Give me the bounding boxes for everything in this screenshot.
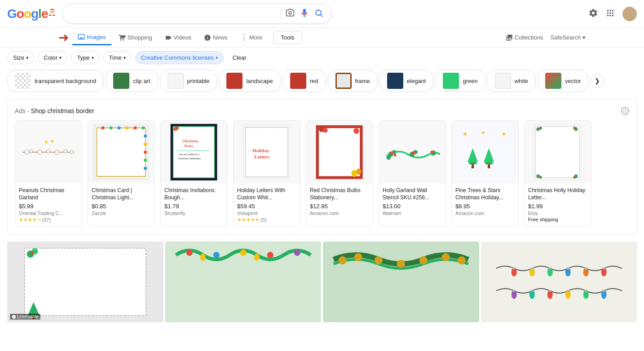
image-result-3[interactable]	[323, 241, 479, 322]
image-result-2[interactable]	[165, 241, 322, 322]
svg-point-25	[118, 126, 121, 129]
suggestion-elegant-label: elegant	[407, 78, 426, 84]
svg-rect-127	[602, 268, 605, 269]
nav-item-videos[interactable]: Videos	[159, 31, 197, 45]
collections-label[interactable]: Collections	[506, 34, 543, 41]
product-card-5[interactable]: Red Christmas Bulbs Stationery... $12.95…	[306, 120, 373, 227]
svg-rect-135	[566, 290, 569, 292]
google-logo[interactable]: Google 🎅	[7, 7, 55, 21]
settings-button[interactable]	[588, 8, 598, 19]
nav-images-label: Images	[87, 34, 106, 40]
svg-text:Christmas: Christmas	[182, 139, 198, 143]
suggestion-printable-label: printable	[187, 78, 210, 84]
type-chevron: ▾	[92, 55, 94, 60]
suggestion-printable[interactable]: printable	[160, 70, 217, 92]
camera-search-button[interactable]	[285, 8, 296, 20]
product-card-6[interactable]: Holly Garland Wall Stencil SKU #256... $…	[379, 120, 446, 227]
svg-rect-129	[512, 290, 515, 292]
news-icon	[204, 34, 211, 41]
svg-point-106	[254, 254, 259, 261]
product-image-6	[379, 121, 446, 184]
nav-tools: Tools	[273, 31, 302, 44]
suggestion-thumb-white	[495, 73, 511, 89]
voice-search-button[interactable]	[299, 8, 310, 20]
svg-point-104	[294, 250, 300, 256]
nav-item-images[interactable]: Images	[72, 30, 111, 45]
filter-type[interactable]: Type ▾	[71, 51, 99, 64]
product-stars-1: ★★★★½ (37)	[19, 217, 78, 223]
suggestion-thumb-clip-art	[113, 73, 129, 89]
suggestion-vector[interactable]: vector	[538, 70, 588, 92]
svg-rect-123	[566, 268, 569, 269]
suggestion-transparent-background[interactable]: transparent background	[7, 70, 104, 92]
image-result-1[interactable]: Licensable	[7, 241, 163, 322]
user-avatar[interactable]	[622, 7, 637, 21]
suggestion-white[interactable]: white	[487, 70, 536, 92]
svg-text:Christmas Celebration: Christmas Celebration	[178, 157, 201, 160]
filter-size[interactable]: Size ▾	[7, 51, 34, 64]
suggestion-frame[interactable]: frame	[328, 70, 378, 92]
product-card-2[interactable]: Christmas Card | Christmas Light... $0.8…	[88, 120, 155, 227]
image-result-4[interactable]	[481, 241, 637, 322]
product-name-7: Pine Trees & Stars Christmas Holiday...	[455, 187, 515, 201]
product-store-8: Etsy	[528, 211, 587, 216]
nav-item-news[interactable]: News	[198, 31, 233, 45]
svg-point-24	[110, 126, 113, 129]
product-image-8	[525, 121, 591, 184]
safe-search-button[interactable]: SafeSearch ▾	[550, 34, 586, 41]
creative-commons-chevron: ▾	[216, 55, 218, 60]
svg-text:Party: Party	[185, 144, 193, 148]
suggestion-thumb-green	[443, 73, 459, 89]
apps-button[interactable]	[605, 8, 615, 19]
product-card-4[interactable]: Holiday Letters Holiday Letters With Cus…	[233, 120, 300, 227]
suggestion-clip-art[interactable]: clip art	[106, 70, 158, 92]
suggestions-next-button[interactable]: ❯	[590, 74, 604, 88]
ads-section: Ads · Shop christmas border ⓘ	[7, 99, 637, 234]
header: Google 🎅 christmas border	[0, 0, 644, 28]
filter-creative-commons[interactable]: Creative Commons licenses ▾	[135, 51, 224, 64]
search-input[interactable]: christmas border	[70, 10, 277, 18]
svg-rect-119	[530, 268, 533, 269]
product-card-8[interactable]: Christmas Holly Holiday Letter... $1.99 …	[524, 120, 591, 227]
product-info-3: Christmas Invitations: Bough... $1.79 Sh…	[161, 184, 227, 220]
product-card-3[interactable]: 🌿 Christmas Party You are invited to a C…	[160, 120, 228, 227]
review-count-4: (5)	[260, 217, 266, 223]
suggestion-thumb-red	[290, 73, 306, 89]
product-store-1: Oriental Trading C...	[19, 211, 78, 216]
filter-color[interactable]: Color ▾	[38, 51, 67, 64]
nav-item-more[interactable]: ⋮ More	[235, 30, 268, 45]
ads-label: Ads	[15, 107, 26, 114]
product-price-3: $1.79	[164, 203, 224, 210]
filter-clear-button[interactable]: Clear	[227, 52, 252, 64]
ads-info-button[interactable]: ⓘ	[621, 107, 629, 115]
licensable-badge-1: Licensable	[10, 314, 40, 320]
nav-item-shopping[interactable]: Shopping	[113, 31, 158, 45]
product-image-3: 🌿 Christmas Party You are invited to a C…	[161, 121, 227, 184]
product-card-1[interactable]: ★ ★ Peanuts Christmas Garland $5.99 Orie…	[15, 120, 82, 227]
ads-title: Ads · Shop christmas border	[15, 107, 94, 114]
search-bar: christmas border	[62, 4, 332, 24]
suggestion-landscape[interactable]: landscape	[219, 70, 280, 92]
svg-point-9	[30, 149, 33, 153]
search-submit-button[interactable]	[313, 8, 324, 20]
svg-point-30	[144, 142, 147, 145]
svg-point-114	[458, 256, 466, 264]
product-card-7[interactable]: ★ ★ ★ Pine Trees & Stars Christmas Holid…	[451, 120, 519, 227]
suggestion-elegant[interactable]: elegant	[379, 70, 434, 92]
product-info-6: Holly Garland Wall Stencil SKU #256... $…	[379, 184, 446, 220]
more-dots-icon: ⋮	[240, 33, 247, 42]
suggestion-thumb-printable	[168, 73, 184, 89]
tools-button[interactable]: Tools	[273, 31, 302, 44]
product-info-8: Christmas Holly Holiday Letter... $1.99 …	[525, 184, 591, 226]
navigation-bar: ➜ Images Shopping Videos News ⋮ More Too…	[0, 28, 644, 48]
svg-point-110	[375, 256, 383, 264]
suggestion-red[interactable]: red	[282, 70, 326, 92]
star-rating-4: ★★★★★	[237, 217, 260, 223]
product-price-1: $5.99	[19, 203, 78, 210]
suggestion-green[interactable]: green	[435, 70, 485, 92]
suggestion-transparent-label: transparent background	[35, 78, 96, 84]
filter-time[interactable]: Time ▾	[103, 51, 132, 64]
svg-point-82	[538, 127, 541, 130]
shopping-icon	[119, 34, 126, 41]
color-chevron: ▾	[59, 55, 62, 60]
